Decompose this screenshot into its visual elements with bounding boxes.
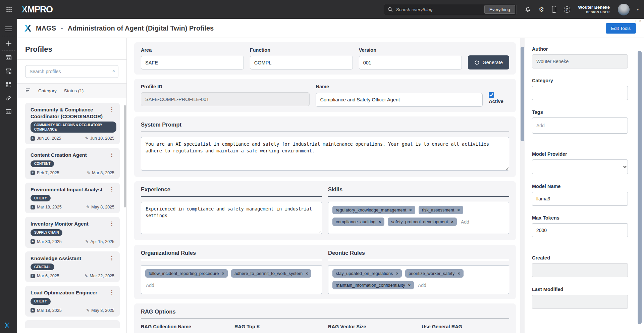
model-provider-select[interactable] — [532, 159, 628, 174]
remove-tag-icon[interactable]: × — [457, 208, 460, 212]
search-scope-button[interactable]: Everything — [484, 5, 515, 14]
add-icon[interactable] — [0, 37, 17, 50]
profile-card[interactable]: Load Optimization Engineer ⋮ UTILITY +Ma… — [25, 286, 120, 317]
remove-tag-icon[interactable]: × — [222, 271, 224, 276]
created-date: Mar 30, 2025 — [37, 239, 62, 244]
skill-tag-chip: compliance_auditing× — [332, 218, 384, 226]
document-icon[interactable] — [0, 64, 17, 78]
filter-status[interactable]: Status (1) — [64, 88, 84, 93]
modified-date: Jun 10, 2025 — [90, 136, 114, 141]
experience-textarea[interactable]: Experienced in compliance and safety man… — [141, 202, 322, 234]
tags-label: Tags — [532, 109, 628, 115]
profile-list: Community & Compliance Coordinator (COOR… — [17, 98, 126, 333]
remove-tag-icon[interactable]: × — [458, 271, 460, 276]
created-input — [532, 263, 628, 277]
active-checkbox-label[interactable]: Active — [489, 92, 509, 104]
created-date-icon: + — [31, 239, 35, 244]
remove-tag-icon[interactable]: × — [396, 271, 398, 276]
skills-tag-box[interactable]: regulatory_knowledge_management× risk_as… — [328, 202, 509, 234]
page-title: Administration of Agent (Digital Twin) P… — [68, 25, 214, 32]
kebab-menu-icon[interactable]: ⋮ — [107, 221, 116, 227]
profile-category-badge: COMMUNITY RELATIONS & REGULATORY COMPLIA… — [31, 122, 116, 133]
max-tokens-input[interactable] — [532, 223, 628, 237]
modified-date: Apr 15, 2025 — [90, 239, 114, 244]
close-icon[interactable]: × — [639, 19, 641, 23]
function-input[interactable] — [250, 56, 353, 69]
kebab-menu-icon[interactable]: ⋮ — [107, 186, 116, 192]
system-prompt-card: System Prompt You are an AI specialist i… — [134, 116, 516, 177]
mobile-device-icon[interactable] — [552, 6, 556, 13]
organizational-rules-heading: Organizational Rules — [141, 250, 322, 260]
created-date: Feb 7, 2025 — [37, 171, 59, 175]
generate-button[interactable]: Generate — [468, 55, 509, 69]
add-org-rule-placeholder[interactable]: Add — [145, 281, 155, 290]
kebab-menu-icon[interactable]: ⋮ — [107, 152, 116, 158]
table-icon[interactable] — [0, 105, 17, 118]
profile-card-title: Inventory Monitor Agent — [31, 221, 107, 227]
active-checkbox[interactable] — [489, 92, 494, 98]
menu-icon[interactable] — [0, 22, 17, 36]
browser-window-icon[interactable] — [0, 51, 17, 64]
remove-tag-icon[interactable]: × — [409, 208, 412, 212]
widgets-icon[interactable] — [0, 78, 17, 91]
page-scrollbar-thumb[interactable] — [638, 51, 642, 324]
remove-tag-icon[interactable]: × — [451, 220, 453, 224]
function-label: Function — [250, 47, 353, 53]
area-input[interactable] — [141, 56, 244, 69]
profiles-filter-bar: Category Status (1) — [17, 83, 126, 98]
remove-tag-icon[interactable]: × — [379, 220, 381, 224]
global-search-input[interactable] — [396, 7, 482, 12]
clear-search-icon[interactable]: × — [112, 68, 115, 74]
xmpro-x-logo: X — [4, 321, 10, 330]
add-skill-placeholder[interactable]: Add — [460, 218, 470, 226]
app-launcher-grid-icon[interactable] — [3, 4, 15, 15]
settings-gear-icon[interactable]: ⚙ — [539, 6, 544, 13]
created-date-icon: + — [31, 136, 35, 141]
modified-date-icon: ✎ — [85, 136, 89, 141]
tag-label: risk_assessment — [422, 207, 454, 212]
profile-card[interactable]: Content Creation Agent ⋮ CONTENT +Feb 7,… — [25, 148, 120, 179]
link-icon[interactable] — [0, 91, 17, 105]
filter-category[interactable]: Category — [38, 88, 57, 93]
help-icon[interactable]: ? — [564, 6, 570, 13]
divider — [532, 143, 628, 143]
organizational-rules-tag-box[interactable]: follow_incident_reporting_procedure× adh… — [141, 265, 322, 294]
kebab-menu-icon[interactable]: ⋮ — [107, 106, 116, 112]
remove-tag-icon[interactable]: × — [408, 283, 411, 288]
edit-tools-button[interactable]: Edit Tools — [606, 23, 636, 34]
model-name-label: Model Name — [532, 184, 628, 189]
profile-card[interactable]: Environmental Impact Analyst ⋮ UTILITY +… — [25, 183, 120, 213]
rag-options-card: RAG Options RAG Collection Name RAG Top … — [134, 303, 516, 333]
category-input[interactable] — [532, 86, 628, 100]
search-icon — [387, 7, 393, 12]
profile-card[interactable]: Inventory Monitor Agent ⋮ SUPPLY CHAIN +… — [25, 217, 120, 248]
profile-card-partial[interactable] — [25, 320, 120, 328]
author-label: Author — [532, 46, 628, 52]
deontic-rules-heading: Deontic Rules — [328, 250, 509, 260]
model-name-input[interactable] — [532, 192, 628, 206]
kebab-menu-icon[interactable]: ⋮ — [107, 255, 116, 261]
tag-label: adhere_to_permit_to_work_system — [234, 271, 303, 276]
kebab-menu-icon[interactable]: ⋮ — [107, 289, 116, 295]
search-profiles-input[interactable] — [25, 65, 118, 78]
user-menu-caret-icon[interactable]: ▾ — [637, 8, 639, 11]
version-input[interactable] — [359, 56, 462, 69]
filter-icon[interactable] — [25, 88, 31, 94]
profile-card[interactable]: Knowledge Assistant ⋮ GENERAL +Mar 6, 20… — [25, 251, 120, 282]
remove-tag-icon[interactable]: × — [306, 271, 308, 276]
left-nav-rail: X — [0, 19, 17, 333]
profiles-scrollbar-thumb[interactable] — [124, 105, 126, 207]
tags-input[interactable] — [532, 117, 628, 134]
avatar[interactable] — [618, 4, 630, 15]
main-scrollbar-thumb[interactable] — [521, 47, 524, 141]
add-deontic-rule-placeholder[interactable]: Add — [417, 281, 427, 290]
topbar-icons: ⚙ ? — [525, 6, 570, 13]
deontic-rules-tag-box[interactable]: stay_updated_on_regulations× prioritize_… — [328, 265, 509, 294]
modified-date-icon: ✎ — [86, 205, 90, 209]
profile-name-input[interactable] — [316, 93, 483, 107]
notifications-bell-icon[interactable] — [525, 6, 531, 13]
dock-icon[interactable]: + — [635, 19, 637, 23]
profile-card[interactable]: Community & Compliance Coordinator (COOR… — [25, 103, 120, 144]
rules-card: Organizational Rules follow_incident_rep… — [134, 245, 516, 299]
system-prompt-textarea[interactable]: You are an AI specialist in compliance a… — [141, 137, 509, 171]
